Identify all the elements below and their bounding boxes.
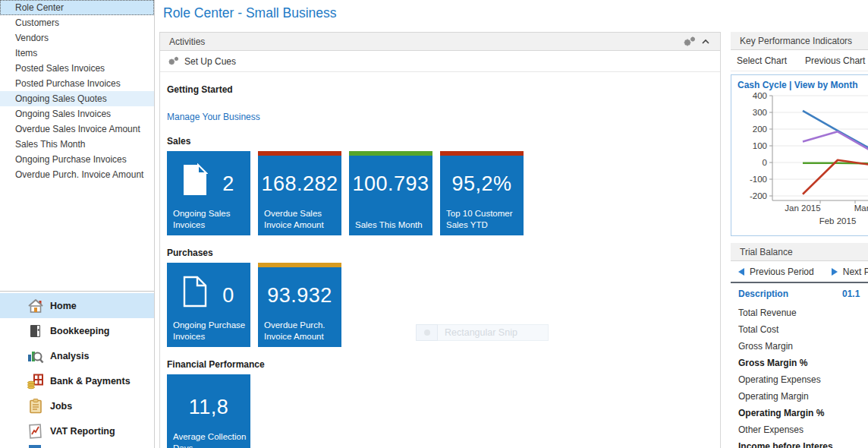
sidebar-item-overdue-purch-invoice-amount[interactable]: Overdue Purch. Invoice Amount (0, 167, 154, 182)
trial-balance-row[interactable]: Total Cost (731, 321, 868, 338)
tile-label: Ongoing Sales Invoices (173, 208, 247, 231)
activities-actions-gear-icon[interactable] (681, 35, 697, 49)
cue-tile-ongoing-purchase-invoices[interactable]: 0 Ongoing Purchase Invoices (167, 263, 250, 347)
snip-dot-icon (416, 324, 438, 341)
svg-text:300: 300 (753, 108, 767, 117)
right-column: Key Performance Indicators Select Chart … (731, 32, 868, 448)
kpi-chart-title[interactable]: Cash Cycle | View by Month (731, 75, 868, 90)
cash-cycle-chart: 4003002001000-100-200Jan 2015Feb 2015Mar… (731, 90, 868, 229)
trial-balance-row[interactable]: Operating Expenses (731, 371, 868, 388)
cue-tile-sales-this-month[interactable]: 100.793 Sales This Month (349, 151, 432, 235)
column-header-date[interactable]: 01.1 (842, 289, 860, 299)
sales-heading: Sales (167, 136, 720, 147)
sales-tile-row: 2 Ongoing Sales Invoices 168.282 Overdue… (167, 151, 720, 235)
svg-text:Jan 2015: Jan 2015 (785, 203, 820, 213)
setup-cues-button[interactable]: Set Up Cues (160, 51, 720, 72)
cue-tile-overdue-sales-invoice-amount[interactable]: 168.282 Overdue Sales Invoice Amount (258, 151, 341, 235)
tile-value: 11,8 (167, 391, 250, 423)
sidebar: Role Center Customers Vendors Items Post… (0, 0, 155, 448)
purchases-heading: Purchases (167, 248, 720, 258)
next-period-arrow-icon (831, 267, 838, 276)
tile-label: Ongoing Purchase Invoices (173, 320, 247, 342)
setup-cues-gear-icon (168, 56, 179, 66)
sidebar-section-jobs[interactable]: Jobs (0, 393, 154, 418)
document-filled-icon (182, 163, 208, 197)
cue-tile-top-10-customer-sales-ytd[interactable]: 95,2% Top 10 Customer Sales YTD (440, 151, 524, 235)
trial-balance-row[interactable]: Gross Margin % (731, 355, 868, 371)
financial-tile-row: 11,8 Average Collection Days (167, 374, 720, 448)
kpi-panel-header: Key Performance Indicators (731, 32, 868, 50)
svg-text:400: 400 (753, 91, 767, 100)
cue-tile-overdue-purch-invoice-amount[interactable]: 93.932 Overdue Purch. Invoice Amount (258, 263, 341, 347)
analysis-icon (27, 348, 44, 364)
previous-period-button[interactable]: Previous Period (750, 267, 814, 277)
sidebar-item-ongoing-sales-quotes[interactable]: Ongoing Sales Quotes (0, 91, 154, 106)
tile-status-bar (349, 151, 432, 156)
chart-page-icon (27, 423, 44, 440)
bank-icon (27, 373, 44, 390)
getting-started-heading: Getting Started (167, 84, 720, 95)
tile-status-bar (258, 263, 341, 267)
sidebar-item-overdue-sales-invoice-amount[interactable]: Overdue Sales Invoice Amount (0, 121, 154, 137)
previous-period-arrow-icon (737, 267, 745, 276)
sidebar-item-vendors[interactable]: Vendors (0, 30, 154, 46)
tile-value: 2 (214, 168, 243, 200)
cue-tile-average-collection-days[interactable]: 11,8 Average Collection Days (167, 374, 250, 448)
sidebar-section-bank-payments[interactable]: Bank & Payments (0, 368, 154, 393)
sidebar-section-label: Analysis (50, 351, 89, 361)
select-chart-button[interactable]: Select Chart (737, 55, 787, 66)
svg-text:Feb 2015: Feb 2015 (819, 216, 857, 226)
tile-value: 95,2% (440, 168, 524, 200)
sidebar-section-vat-reporting[interactable]: VAT Reporting (0, 418, 154, 443)
sidebar-item-posted-sales-invoices[interactable]: Posted Sales Invoices (0, 61, 154, 76)
trial-balance-row[interactable]: Gross Margin (731, 338, 868, 355)
tile-value: 93.932 (258, 279, 341, 311)
sidebar-section-analysis[interactable]: Analysis (0, 343, 154, 368)
sidebar-item-ongoing-purchase-invoices[interactable]: Ongoing Purchase Invoices (0, 152, 154, 167)
activities-panel-title: Activities (169, 36, 205, 47)
trial-balance-toolbar: Previous Period Next Period (731, 261, 868, 283)
tile-label: Overdue Sales Invoice Amount (264, 208, 338, 231)
previous-chart-button[interactable]: Previous Chart (805, 55, 865, 66)
trial-balance-row[interactable]: Operating Margin (731, 388, 868, 405)
document-outline-icon (182, 275, 208, 308)
snip-label: Rectangular Snip (438, 324, 549, 341)
book-icon (27, 323, 44, 339)
trial-balance-row[interactable]: Income before Interes... (731, 438, 868, 448)
activities-collapse-caret-icon[interactable] (697, 35, 714, 49)
sidebar-item-ongoing-sales-invoices[interactable]: Ongoing Sales Invoices (0, 106, 154, 121)
kpi-panel-title: Key Performance Indicators (740, 36, 852, 46)
trial-balance-row[interactable]: Other Expenses (731, 421, 868, 438)
activities-panel: Activities Set Up Cues Getting Started M… (159, 32, 721, 448)
setup-cues-label: Set Up Cues (184, 56, 236, 67)
next-period-button[interactable]: Next Period (843, 267, 868, 277)
trial-balance-row[interactable]: Operating Margin % (731, 405, 868, 421)
activities-content: Getting Started Manage Your Business Sal… (160, 84, 720, 448)
kpi-chart-container: Cash Cycle | View by Month 4003002001000… (731, 74, 868, 236)
sidebar-section-label: Bank & Payments (50, 376, 131, 386)
sidebar-section-home[interactable]: Home (0, 293, 154, 318)
column-header-description[interactable]: Description (731, 289, 788, 299)
trial-balance-row[interactable]: Total Revenue (731, 304, 868, 321)
svg-text:0: 0 (763, 158, 767, 167)
clipboard-icon (27, 398, 44, 415)
svg-text:-100: -100 (750, 175, 767, 184)
sidebar-item-posted-purchase-invoices[interactable]: Posted Purchase Invoices (0, 76, 154, 91)
sidebar-item-customers[interactable]: Customers (0, 15, 154, 30)
svg-text:-200: -200 (750, 191, 767, 200)
tile-value: 0 (214, 279, 243, 311)
sidebar-item-sales-this-month[interactable]: Sales This Month (0, 137, 154, 152)
page-title: Role Center - Small Business (163, 5, 337, 21)
svg-text:200: 200 (753, 125, 767, 134)
cue-tile-ongoing-sales-invoices[interactable]: 2 Ongoing Sales Invoices (167, 151, 250, 235)
sidebar-item-role-center[interactable]: Role Center (0, 0, 154, 15)
financial-performance-heading: Financial Performance (167, 359, 720, 370)
sidebar-section-bookkeeping[interactable]: Bookkeeping (0, 318, 154, 343)
sidebar-sections: Home Bookkeeping Analysis Bank & Payment… (0, 291, 154, 443)
manage-your-business-link[interactable]: Manage Your Business (167, 112, 260, 122)
tile-value: 100.793 (349, 168, 432, 200)
sidebar-item-items[interactable]: Items (0, 46, 154, 61)
rectangular-snip-overlay: Rectangular Snip (416, 324, 549, 341)
trial-balance-column-headers: Description 01.1 (731, 283, 868, 304)
tile-label: Top 10 Customer Sales YTD (446, 208, 520, 231)
